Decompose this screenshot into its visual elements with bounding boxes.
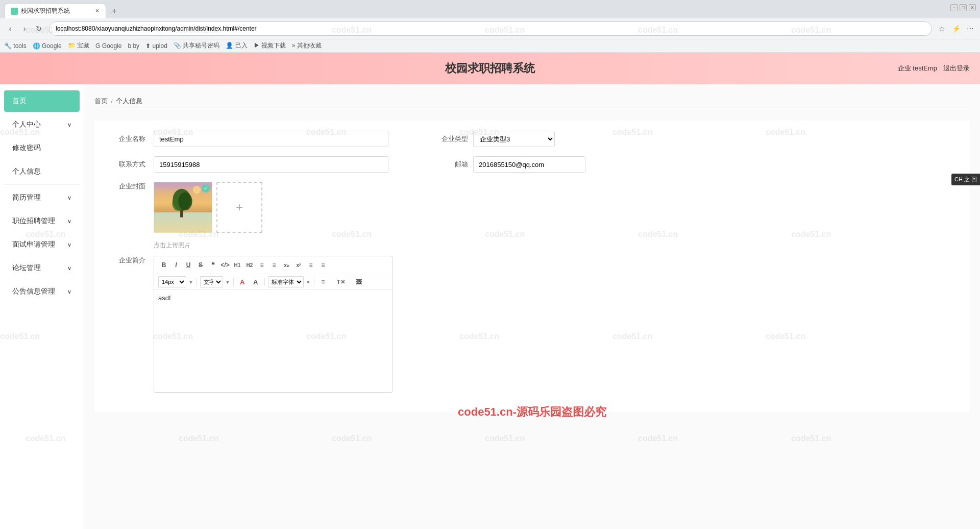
editor-container: B I U S ❝ </> H1 H2 ≡ ≡ x₂ x² ≡ [154,256,393,393]
uploaded-image: ✓ [154,182,212,233]
browser-action-buttons: ☆ ⚡ ⋯ [936,23,976,34]
sidebar-label-personal-center: 个人中心 [12,120,41,129]
editor-superscript-btn[interactable]: x² [293,259,304,271]
browser-chrome: 校园求职招聘系统 ✕ + − □ ✕ [0,0,980,18]
app-main: 首页 个人中心 ∨ 修改密码 个人信息 简历管理 ∨ 职位招聘管理 ∨ 面 [0,84,980,529]
ch-badge: CH 之 回 [951,174,980,185]
editor-ul-btn[interactable]: ≡ [268,259,280,271]
back-btn[interactable]: ‹ [4,22,16,35]
editor-font-size-select[interactable]: 14px 12px 16px 18px [158,276,186,287]
bookmark-google1[interactable]: 🌐 Google [33,42,62,50]
address-bar[interactable] [49,21,932,36]
editor-italic-btn[interactable]: I [170,259,182,271]
bookmark-video[interactable]: ▶ 视频下载 [254,41,286,50]
sidebar-item-interview[interactable]: 面试申请管理 ∨ [4,234,80,255]
company-name-input[interactable] [154,131,388,147]
chevron-down-icon-2: ∨ [67,195,71,201]
browser-tabs: 校园求职招聘系统 ✕ + [4,3,121,18]
form-row-intro: 企业简介 B I U S ❝ </> H1 H2 ≡ [105,256,960,393]
editor-h1-btn[interactable]: H1 [232,259,243,271]
company-type-select[interactable]: 企业类型1 企业类型2 企业类型3 企业类型4 [473,131,555,147]
bookmark-user[interactable]: 👤 己入 [226,41,247,50]
upload-area: ✓ + [154,182,262,233]
forward-btn[interactable]: › [18,22,31,35]
contact-input[interactable] [154,156,388,173]
upload-hint-text: 点击上传照片 [154,241,190,250]
editor-toolbar-bottom: 14px 12px 16px 18px ▼ 文字 ▼ [154,274,392,290]
breadcrumb-separator: / [111,98,113,105]
editor-code-btn[interactable]: </> [219,259,231,271]
company-name-label: 企业名称 [105,134,145,143]
form-section: 企业名称 企业类型 企业类型1 企业类型2 企业类型3 企业类型4 联 [94,121,970,412]
editor-font-bg-btn[interactable]: A [250,276,261,287]
sidebar-label-personal-info: 个人信息 [12,167,41,176]
editor-outdent-btn[interactable]: ≡ [317,259,329,271]
text-type-arrow: ▼ [225,279,230,285]
extensions-btn[interactable]: ⚡ [950,23,962,34]
editor-subscript-btn[interactable]: x₂ [281,259,292,271]
bookmark-by[interactable]: b by [128,42,139,50]
company-type-label: 企业类型 [437,134,468,143]
bookmark-star-btn[interactable]: ☆ [936,23,947,34]
email-label: 邮箱 [437,160,468,169]
header-user-area: 企业 testEmp 退出登录 [898,64,970,73]
editor-ol-btn[interactable]: ≡ [256,259,267,271]
editor-strikethrough-btn[interactable]: S [195,259,206,271]
bookmark-share[interactable]: 📎 共享秘号密码 [174,41,219,50]
breadcrumb-current: 个人信息 [116,97,142,106]
sidebar-label-home: 首页 [12,97,27,106]
editor-h2-btn[interactable]: H2 [244,259,255,271]
sidebar-item-personal-center[interactable]: 个人中心 ∨ [4,114,80,135]
contact-label: 联系方式 [105,160,145,169]
editor-blockquote-btn[interactable]: ❝ [207,259,218,271]
sidebar-item-resume[interactable]: 简历管理 ∨ [4,187,80,208]
app-title: 校园求职招聘系统 [445,62,535,75]
sidebar: 首页 个人中心 ∨ 修改密码 个人信息 简历管理 ∨ 职位招聘管理 ∨ 面 [0,84,84,529]
chevron-down-icon-6: ∨ [67,288,71,295]
tab-title: 校园求职招聘系统 [21,7,70,15]
toolbar-separator-6 [350,278,350,286]
sidebar-item-home[interactable]: 首页 [4,90,80,112]
svg-rect-1 [154,212,212,232]
toolbar-separator-1 [197,278,197,286]
bookmark-google2[interactable]: G Google [95,42,121,50]
upload-placeholder[interactable]: + [216,182,262,233]
bookmark-baocang[interactable]: 📁 宝藏 [68,41,89,50]
editor-image-btn[interactable]: 🖼 [353,276,364,287]
bookmark-other[interactable]: » 其他收藏 [292,41,322,50]
close-btn[interactable]: ✕ [969,4,976,11]
browser-tab-active[interactable]: 校园求职招聘系统 ✕ [4,3,106,18]
tab-close-btn[interactable]: ✕ [95,8,100,14]
sidebar-item-announcement[interactable]: 公告信息管理 ∨ [4,281,80,302]
app-wrapper: 校园求职招聘系统 企业 testEmp 退出登录 首页 个人中心 ∨ 修改密码 … [0,53,980,529]
bookmark-tools[interactable]: 🔧 tools [4,42,27,50]
more-btn[interactable]: ⋯ [965,23,976,34]
sidebar-item-forum[interactable]: 论坛管理 ∨ [4,257,80,279]
editor-bold-btn[interactable]: B [158,259,169,271]
toolbar-separator-2 [233,278,234,286]
logout-link[interactable]: 退出登录 [943,64,970,73]
new-tab-btn[interactable]: + [107,4,121,18]
editor-text-type-select[interactable]: 文字 [200,276,223,287]
svg-point-6 [193,186,201,194]
editor-content-area[interactable]: asdf [154,290,392,392]
editor-toolbar-top: B I U S ❝ </> H1 H2 ≡ ≡ x₂ x² ≡ [154,256,392,274]
editor-indent-btn[interactable]: ≡ [305,259,316,271]
editor-underline-btn[interactable]: U [183,259,194,271]
form-row-upload-hint: 点击上传照片 [154,237,960,250]
sidebar-item-change-password[interactable]: 修改密码 [4,137,80,159]
breadcrumb-home[interactable]: 首页 [94,97,108,106]
editor-font-color-btn[interactable]: A [237,276,248,287]
bookmark-uplod[interactable]: ⬆ uplod [145,42,167,50]
minimize-btn[interactable]: − [950,4,958,11]
editor-clear-format-btn[interactable]: T✕ [335,276,347,287]
refresh-btn[interactable]: ↻ [33,22,45,35]
editor-align-btn[interactable]: ≡ [317,276,329,287]
email-input[interactable] [473,156,585,173]
sidebar-item-personal-info[interactable]: 个人信息 [4,161,80,182]
sidebar-item-jobs[interactable]: 职位招聘管理 ∨ [4,210,80,232]
app-header: 校园求职招聘系统 企业 testEmp 退出登录 [0,53,980,84]
editor-font-family-select[interactable]: 标准字体 [268,276,304,287]
maximize-btn[interactable]: □ [960,4,967,11]
form-row-company: 企业名称 企业类型 企业类型1 企业类型2 企业类型3 企业类型4 [105,131,960,147]
